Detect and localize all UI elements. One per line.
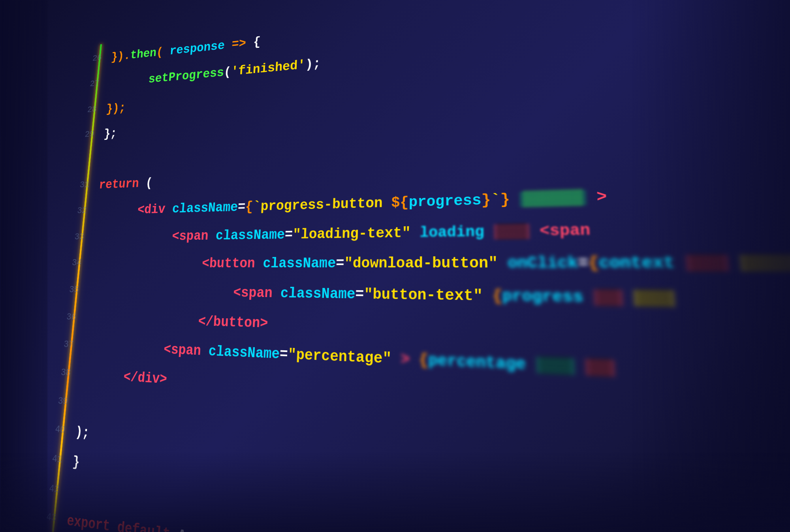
line-num-28: 28 [87, 104, 97, 115]
line-num-27: 27 [90, 79, 100, 89]
line-num-37: 37 [63, 339, 74, 350]
code-line-32: <div className={`progress-button ${progr… [137, 189, 608, 216]
blur-overlay-bottom [0, 453, 790, 532]
code-line-29: }; [103, 128, 118, 140]
code-line-28: }); [106, 102, 126, 115]
line-num-40: 40 [55, 423, 66, 436]
blur-overlay-right [632, 0, 790, 532]
line-num-32: 32 [77, 205, 87, 216]
code-line-37: <span className="percentage" > {percenta… [163, 343, 615, 377]
code-line-38: </div> [123, 370, 167, 387]
code-line-35: <span className="button-text" {progress … [233, 286, 675, 307]
line-num-31: 31 [79, 180, 90, 190]
line-num-34: 34 [71, 258, 82, 268]
code-line-36: </button> [198, 315, 269, 331]
code-line-33: <span className="loading-text" loading ▒… [171, 223, 591, 243]
line-num-35: 35 [69, 284, 79, 295]
line-num-26: 26 [92, 53, 102, 63]
line-num-38: 38 [60, 367, 71, 378]
line-num-29: 29 [85, 129, 95, 139]
blur-overlay-left [0, 0, 47, 532]
line-num-33: 33 [74, 231, 85, 242]
code-line-26: }).then( response => { [111, 36, 261, 63]
line-num-39: 39 [57, 395, 68, 407]
code-line-40: ); [75, 425, 90, 441]
code-line-27: setProgress('finished'); [148, 57, 321, 86]
line-num-36: 36 [66, 312, 77, 323]
code-screen: 26 27 28 29 31 32 33 34 35 36 37 38 39 4… [0, 0, 790, 532]
keyword-finished: finished [238, 58, 298, 78]
code-line-31: return ( [98, 177, 153, 192]
